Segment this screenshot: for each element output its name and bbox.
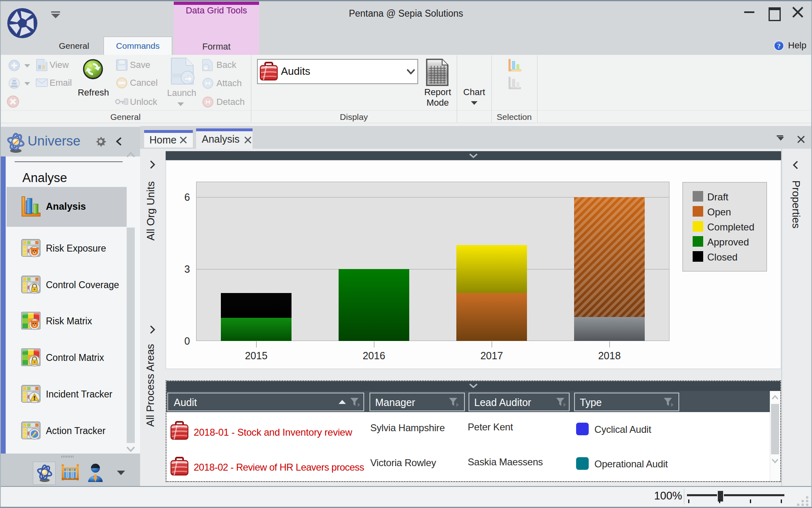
svg-text:?: ? — [777, 42, 781, 50]
